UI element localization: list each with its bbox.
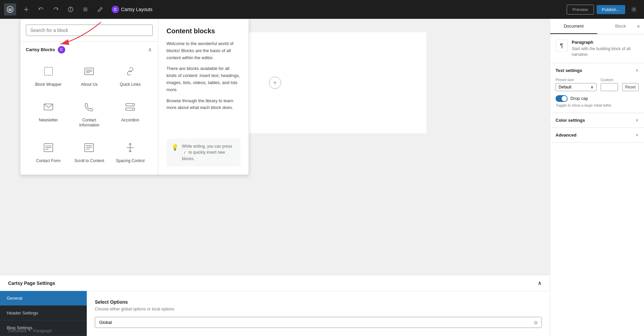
content-blocks-title: Content blocks bbox=[166, 27, 240, 35]
preset-size-select[interactable]: Default ∨ bbox=[556, 83, 597, 91]
block-item-quick-links[interactable]: Quick Links bbox=[110, 58, 150, 92]
block-name: Paragraph bbox=[572, 40, 639, 45]
svg-rect-17 bbox=[126, 104, 135, 106]
block-icon-quick-links bbox=[122, 63, 138, 79]
block-item-scroll-to-content[interactable]: Scroll to Content bbox=[70, 134, 109, 168]
block-icon-scroll-to-content bbox=[81, 140, 97, 156]
preview-button[interactable]: Preview bbox=[567, 5, 594, 14]
category-header: Cartsy Blocks C ∧ bbox=[26, 46, 153, 53]
custom-size-input[interactable] bbox=[601, 83, 618, 91]
drop-cap-description: Toggle to show a large initial letter. bbox=[556, 103, 639, 107]
reset-button[interactable]: Reset bbox=[622, 83, 639, 91]
drop-cap-row: Drop cap bbox=[556, 95, 639, 102]
svg-point-10 bbox=[633, 8, 635, 10]
color-settings-title: Color settings bbox=[556, 118, 585, 123]
custom-label: Custom bbox=[601, 78, 618, 82]
select-options-title: Select Options bbox=[95, 299, 542, 305]
block-icon-spacing-control bbox=[122, 140, 138, 156]
block-inserter-right: Content blocks Welcome to the wonderful … bbox=[158, 19, 249, 175]
color-settings-header[interactable]: Color settings ∨ bbox=[550, 113, 644, 127]
cartsy-icon: C bbox=[112, 6, 119, 13]
block-icon-contact-form bbox=[40, 140, 56, 156]
block-label-accordion: Accordion bbox=[121, 118, 139, 123]
text-settings-chevron: ∧ bbox=[636, 68, 639, 73]
text-settings-section: Text settings ∧ Preset size Default ∨ Cu… bbox=[550, 63, 644, 113]
right-sidebar: Document Block × ¶ Paragraph Start with … bbox=[550, 19, 644, 336]
block-item-about-us[interactable]: About Us bbox=[70, 58, 109, 92]
breadcrumb: Document → Paragraph bbox=[8, 329, 52, 333]
toggle-knob bbox=[562, 96, 567, 101]
content-blocks-description: Welcome to the wonderful world of blocks… bbox=[166, 40, 240, 133]
content-blocks-tip: 💡 While writing, you can press / to quic… bbox=[166, 139, 240, 167]
toolbar-right: Preview Publish... bbox=[567, 3, 640, 15]
block-item-contact-form[interactable]: Contact Form bbox=[29, 134, 68, 168]
cartsy-blocks-category: Cartsy Blocks C ∧ Block Wrapper About Us… bbox=[21, 42, 158, 175]
text-settings-header[interactable]: Text settings ∧ bbox=[550, 63, 644, 78]
drop-cap-label: Drop cap bbox=[570, 96, 588, 101]
block-label-contact-information: Contact Information bbox=[73, 118, 106, 128]
block-label-contact-form: Contact Form bbox=[36, 158, 61, 164]
tip-text: While writing, you can press / to quickl… bbox=[182, 143, 236, 162]
cartsy-layouts-label: C Cartsy Layouts bbox=[112, 6, 152, 13]
info-button[interactable] bbox=[65, 3, 77, 15]
block-label-about-us: About Us bbox=[81, 82, 98, 87]
edit-button[interactable] bbox=[94, 3, 106, 15]
blocks-grid: Block Wrapper About Us Quick Links Newsl… bbox=[26, 58, 153, 171]
wp-logo[interactable]: W bbox=[4, 3, 16, 15]
color-settings-chevron: ∨ bbox=[636, 118, 639, 122]
page-settings-title: Cartsy Page Settings bbox=[8, 281, 55, 286]
page-settings-header[interactable]: Cartsy Page Settings ∧ bbox=[0, 275, 550, 291]
global-select[interactable]: Global ◇ bbox=[95, 317, 542, 328]
block-description: Start with the building block of all nar… bbox=[572, 46, 639, 58]
svg-text:W: W bbox=[8, 8, 12, 12]
search-input[interactable] bbox=[26, 25, 153, 36]
tab-document[interactable]: Document bbox=[550, 19, 597, 34]
settings-button[interactable] bbox=[628, 3, 640, 15]
svg-point-6 bbox=[70, 8, 71, 9]
block-icon-accordion bbox=[122, 99, 138, 115]
advanced-header[interactable]: Advanced ∨ bbox=[550, 128, 644, 142]
collapse-category-button[interactable]: ∧ bbox=[147, 46, 153, 53]
block-label-quick-links: Quick Links bbox=[120, 82, 141, 87]
breadcrumb-separator: → bbox=[28, 329, 32, 333]
block-item-contact-information[interactable]: Contact Information bbox=[70, 93, 109, 133]
block-icon-block-wrapper bbox=[40, 63, 56, 79]
breadcrumb-document[interactable]: Document bbox=[8, 329, 27, 333]
svg-rect-25 bbox=[85, 144, 93, 152]
block-icon-contact-information bbox=[81, 99, 97, 115]
page-settings-content: General Header Settings Blog Settings Se… bbox=[0, 291, 550, 336]
chevron-down-icon: ∨ bbox=[591, 85, 594, 89]
list-view-button[interactable] bbox=[79, 3, 91, 15]
advanced-chevron: ∨ bbox=[636, 133, 639, 137]
breadcrumb-paragraph[interactable]: Paragraph bbox=[33, 329, 52, 333]
add-block-center-button[interactable]: + bbox=[269, 77, 281, 89]
block-item-newsletter[interactable]: Newsletter bbox=[29, 93, 68, 133]
undo-button[interactable] bbox=[35, 3, 47, 15]
advanced-title: Advanced bbox=[556, 133, 576, 138]
sidebar-close-button[interactable]: × bbox=[637, 24, 640, 30]
category-title: Cartsy Blocks C bbox=[26, 46, 65, 53]
block-search-area bbox=[21, 19, 158, 42]
paragraph-icon: ¶ bbox=[556, 40, 568, 52]
block-item-spacing-control[interactable]: Spacing Control bbox=[110, 134, 150, 168]
advanced-section: Advanced ∨ bbox=[550, 128, 644, 143]
page-settings-collapse-icon: ∧ bbox=[538, 280, 542, 286]
redo-button[interactable] bbox=[50, 3, 62, 15]
block-item-accordion[interactable]: Accordion bbox=[110, 93, 150, 133]
sidebar-header: Document Block × bbox=[550, 19, 644, 34]
block-icon-newsletter bbox=[40, 99, 56, 115]
nav-item-header-settings[interactable]: Header Settings bbox=[0, 306, 87, 321]
diamond-icon: ◇ bbox=[534, 320, 537, 325]
nav-item-general[interactable]: General bbox=[0, 291, 87, 306]
select-options-desc: Choose either global options or local op… bbox=[95, 307, 542, 311]
block-icon-about-us bbox=[81, 63, 97, 79]
page-settings-main: Select Options Choose either global opti… bbox=[87, 291, 550, 336]
toolbar: W C Cartsy Layouts Preview Publish... bbox=[0, 0, 644, 19]
add-block-toolbar-button[interactable] bbox=[20, 3, 32, 15]
block-item-block-wrapper[interactable]: Block Wrapper bbox=[29, 58, 68, 92]
block-label-scroll-to-content: Scroll to Content bbox=[74, 158, 104, 164]
block-inserter-popup: Cartsy Blocks C ∧ Block Wrapper About Us… bbox=[20, 19, 249, 175]
publish-button[interactable]: Publish... bbox=[597, 5, 625, 14]
block-label-block-wrapper: Block Wrapper bbox=[35, 82, 62, 87]
drop-cap-toggle[interactable] bbox=[556, 95, 568, 102]
